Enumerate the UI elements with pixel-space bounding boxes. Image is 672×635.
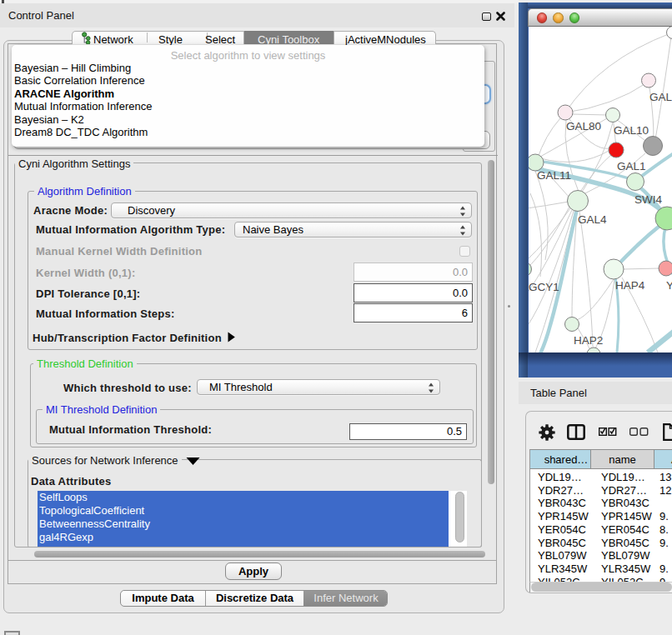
- svg-text:SWI4: SWI4: [634, 193, 662, 206]
- svg-text:GAL1: GAL1: [617, 160, 646, 172]
- svg-text:GAL80: GAL80: [566, 120, 601, 132]
- svg-text:GAL4: GAL4: [578, 213, 607, 226]
- svg-text:GAL2: GAL2: [649, 91, 672, 103]
- svg-text:HAP2: HAP2: [574, 334, 603, 347]
- svg-text:GAL11: GAL11: [537, 169, 571, 182]
- svg-text:GCY1: GCY1: [529, 281, 559, 293]
- svg-text:HAP4: HAP4: [615, 279, 645, 292]
- svg-text:GAL10: GAL10: [614, 124, 649, 137]
- svg-text:YE: YE: [666, 279, 672, 292]
